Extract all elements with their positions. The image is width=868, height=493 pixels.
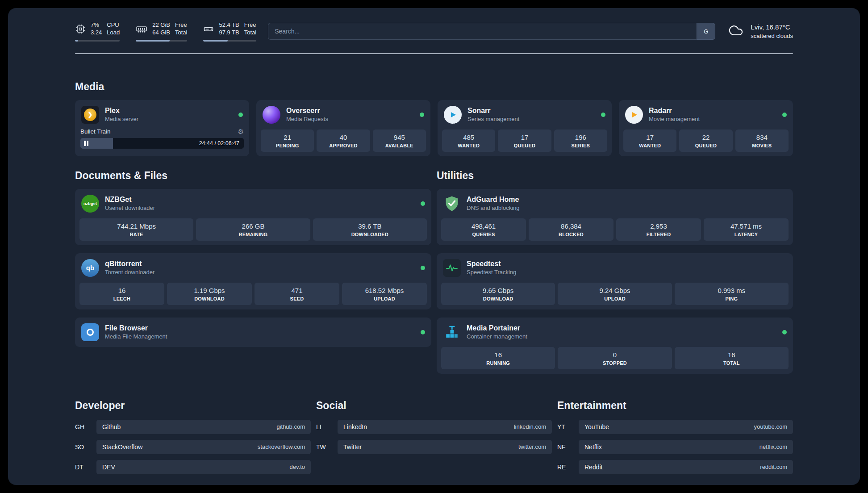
app-card-filebrowser[interactable]: File Browser Media File Management <box>75 318 431 347</box>
bookmark-abbr: TW <box>316 443 331 451</box>
weather-location: Lviv, 16.87°C <box>751 23 793 32</box>
playback-time: 24:44 / 02:06:47 <box>199 140 239 146</box>
stat-tile-upload: 618.52 Mbps UPLOAD <box>342 283 427 305</box>
sonarr-icon <box>444 106 462 124</box>
cpu-usage-value: 7% <box>91 21 102 29</box>
cloud-icon <box>727 23 745 40</box>
playback-progress-bar[interactable]: 24:44 / 02:06:47 <box>80 138 244 149</box>
disk-usage-bar-fill <box>203 40 228 42</box>
bookmark-link-youtube[interactable]: YouTube youtube.com <box>579 420 793 434</box>
search-bar: G <box>268 23 715 40</box>
disk-free-value: 52.4 TB <box>219 21 239 29</box>
app-name: AdGuard Home <box>467 196 520 204</box>
app-card-qbittorrent[interactable]: qb qBittorrent Torrent downloader 16 LEE… <box>75 253 431 309</box>
section-title-developer: Developer <box>75 400 311 412</box>
bookmark-group-entertainment: Entertainment YT YouTube youtube.com NF … <box>557 400 793 480</box>
app-name: Radarr <box>649 107 700 115</box>
bookmark-link-twitter[interactable]: Twitter twitter.com <box>338 440 552 454</box>
app-card-portainer[interactable]: Media Portainer Container management 16 … <box>437 318 793 374</box>
header-divider <box>75 53 793 54</box>
stat-tile-movies: 834 MOVIES <box>735 130 789 152</box>
bookmark-link-github[interactable]: Github github.com <box>96 420 311 434</box>
top-bar: 7% 3.24 CPU Load <box>75 8 793 42</box>
stat-tile-seed: 471 SEED <box>255 283 339 305</box>
stat-tile-stopped: 0 STOPPED <box>558 347 672 369</box>
app-description: Container management <box>467 333 527 340</box>
plex-icon: ❯ <box>81 106 99 124</box>
bookmark-row: SO StackOverflow stackoverflow.com <box>75 440 311 454</box>
pause-button[interactable] <box>84 141 88 146</box>
app-name: Sonarr <box>467 107 519 115</box>
bookmark-group-developer: Developer GH Github github.com SO StackO… <box>75 400 311 480</box>
memory-free-label: Free <box>175 21 187 29</box>
app-card-adguard[interactable]: AdGuard Home DNS and adblocking 498,461 … <box>437 189 793 245</box>
hard-disk-icon <box>203 24 214 34</box>
bookmark-row: LI LinkedIn linkedin.com <box>316 420 552 434</box>
bookmark-row: DT DEV dev.to <box>75 460 311 474</box>
bookmark-row: YT YouTube youtube.com <box>557 420 793 434</box>
player-settings-gear-icon[interactable]: ⚙ <box>238 128 244 135</box>
disk-total-label: Total <box>244 29 256 37</box>
weather-condition: scattered clouds <box>751 32 793 40</box>
bookmark-link-stackoverflow[interactable]: StackOverflow stackoverflow.com <box>96 440 311 454</box>
bookmark-row: RE Reddit reddit.com <box>557 460 793 474</box>
stat-tile-available: 945 AVAILABLE <box>373 130 426 152</box>
app-name: Media Portainer <box>467 324 527 332</box>
cpu-widget: 7% 3.24 CPU Load <box>75 21 120 42</box>
app-card-radarr[interactable]: Radarr Movie management 17 WANTED 22 QUE… <box>619 100 793 156</box>
disk-total-value: 97.9 TB <box>219 29 239 37</box>
app-card-overseerr[interactable]: Overseerr Media Requests 21 PENDING 40 A… <box>256 100 430 156</box>
stat-tile-wanted: 17 WANTED <box>623 130 676 152</box>
bookmark-link-dev[interactable]: DEV dev.to <box>96 460 311 474</box>
app-description: Usenet downloader <box>105 205 155 211</box>
system-stats: 7% 3.24 CPU Load <box>75 21 256 42</box>
status-dot-online <box>421 201 425 206</box>
bookmark-abbr: YT <box>557 423 572 430</box>
bookmark-abbr: NF <box>557 443 572 451</box>
section-title-media: Media <box>75 81 793 93</box>
adguard-shield-icon <box>443 195 461 213</box>
bookmark-row: NF Netflix netflix.com <box>557 440 793 454</box>
cpu-load-value: 3.24 <box>91 29 102 37</box>
app-description: Movie management <box>649 116 700 122</box>
cpu-usage-bar <box>75 40 120 42</box>
app-card-speedtest[interactable]: Speedtest Speedtest Tracking 9.65 Gbps D… <box>437 253 793 309</box>
overseerr-icon <box>263 106 280 124</box>
stat-tile-downloaded: 39.6 TB DOWNLOADED <box>313 218 427 241</box>
bookmark-link-netflix[interactable]: Netflix netflix.com <box>579 440 793 454</box>
app-description: Speedtest Tracking <box>467 269 516 276</box>
status-dot-online <box>421 266 425 270</box>
disk-free-label: Free <box>244 21 256 29</box>
app-card-sonarr[interactable]: Sonarr Series management 485 WANTED 17 Q… <box>438 100 612 156</box>
stat-tile-running: 16 RUNNING <box>441 347 555 369</box>
stat-tile-queued: 22 QUEUED <box>679 130 732 152</box>
stat-tile-series: 196 SERIES <box>554 130 607 152</box>
status-dot-online <box>420 113 424 117</box>
stat-tile-queued: 17 QUEUED <box>498 130 551 152</box>
portainer-crane-icon <box>443 323 461 341</box>
bookmark-link-reddit[interactable]: Reddit reddit.com <box>579 460 793 474</box>
ram-icon <box>136 23 147 35</box>
plex-now-playing: Bullet Train ⚙ 24:44 / 02:06:47 <box>79 128 245 149</box>
radarr-icon <box>625 106 643 124</box>
app-card-plex[interactable]: ❯ Plex Media server Bullet Train ⚙ <box>75 100 249 156</box>
stat-tile-upload: 9.24 Gbps UPLOAD <box>558 283 672 305</box>
stat-tile-ping: 0.993 ms PING <box>675 283 789 305</box>
app-description: Media server <box>105 116 138 122</box>
cpu-chip-icon <box>75 24 86 34</box>
section-title-social: Social <box>316 400 552 412</box>
search-input[interactable] <box>268 23 697 40</box>
section-documents: Documents & Files nzbget NZBGet Usenet d… <box>75 170 431 347</box>
stat-tile-approved: 40 APPROVED <box>317 130 370 152</box>
bookmark-row: TW Twitter twitter.com <box>316 440 552 454</box>
app-card-nzbget[interactable]: nzbget NZBGet Usenet downloader 744.21 M… <box>75 189 431 245</box>
app-description: Torrent downloader <box>105 269 154 276</box>
disk-widget: 52.4 TB 97.9 TB Free Total <box>203 21 256 42</box>
memory-usage-bar-fill <box>136 40 170 42</box>
bookmark-link-linkedin[interactable]: LinkedIn linkedin.com <box>338 420 552 434</box>
search-engine-button[interactable]: G <box>697 23 715 40</box>
app-description: DNS and adblocking <box>467 205 520 211</box>
stat-tile-remaining: 266 GB REMAINING <box>196 218 310 241</box>
memory-total-value: 64 GiB <box>152 29 170 37</box>
section-media: Media ❯ Plex Media server Bullet Train <box>75 81 793 156</box>
